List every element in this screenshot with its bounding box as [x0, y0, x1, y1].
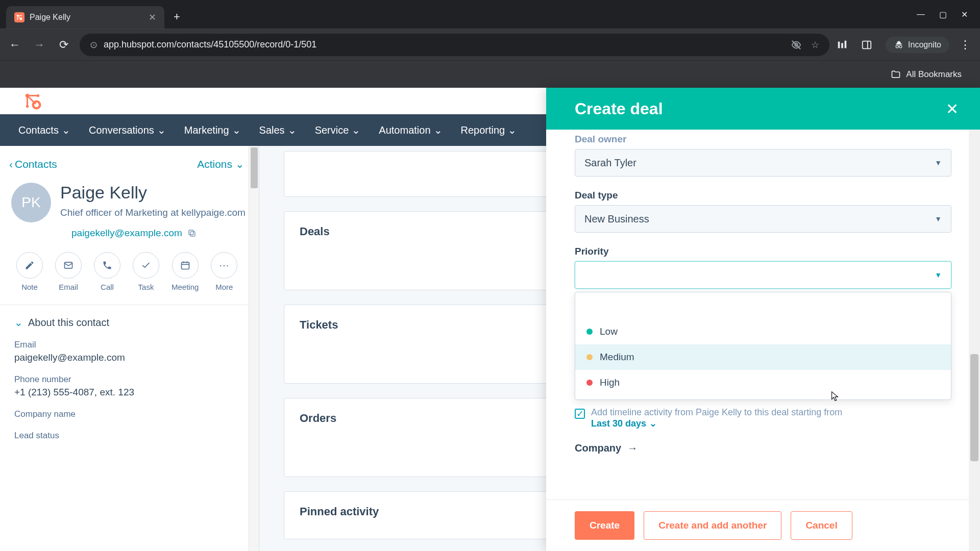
meeting-button[interactable]: Meeting	[172, 252, 199, 291]
address-bar: ← → ⟳ ⊙ app.hubspot.com/contacts/4510550…	[0, 29, 980, 60]
envelope-icon	[63, 260, 74, 270]
chevron-down-icon: ⌄	[14, 316, 23, 329]
copy-icon[interactable]	[187, 229, 197, 238]
nav-conversations[interactable]: Conversations⌄	[89, 124, 166, 136]
maximize-icon[interactable]: ▢	[939, 10, 947, 19]
priority-select[interactable]: ▼	[575, 261, 951, 289]
url-text: app.hubspot.com/contacts/45105500/record…	[104, 39, 316, 50]
incognito-label: Incognito	[908, 40, 941, 49]
browser-chrome: Paige Kelly ✕ + ― ▢ ✕ ← → ⟳ ⊙ app.hubspo…	[0, 0, 980, 88]
priority-option-low[interactable]: Low	[575, 319, 951, 344]
nav-service[interactable]: Service⌄	[315, 124, 361, 136]
svg-rect-8	[845, 40, 847, 48]
caret-down-icon: ⌄	[649, 418, 657, 429]
panel-body: Deal owner Sarah Tyler ▼ Deal type New B…	[546, 130, 980, 499]
caret-down-icon: ▼	[935, 215, 942, 223]
site-info-icon[interactable]: ⊙	[90, 39, 97, 51]
phone-label: Phone number	[14, 374, 244, 385]
panel-icon[interactable]	[861, 39, 878, 51]
caret-down-icon: ▼	[935, 159, 942, 167]
star-icon[interactable]: ☆	[811, 39, 819, 51]
forward-icon[interactable]: →	[31, 38, 48, 52]
menu-icon[interactable]: ⋮	[957, 38, 974, 52]
chevron-down-icon: ⌄	[352, 124, 360, 136]
company-label: Company name	[14, 409, 244, 419]
email-button[interactable]: Email	[55, 252, 82, 291]
sidebar-scrollbar[interactable]	[249, 146, 259, 551]
back-icon[interactable]: ←	[6, 38, 23, 52]
chevron-down-icon: ⌄	[157, 124, 166, 136]
svg-rect-9	[863, 41, 871, 48]
media-icon[interactable]	[837, 39, 854, 51]
chevron-down-icon: ⌄	[508, 124, 517, 136]
priority-option-blank[interactable]	[575, 296, 951, 319]
folder-icon	[891, 69, 901, 80]
app-area: Contacts⌄ Conversations⌄ Marketing⌄ Sale…	[0, 88, 980, 551]
dot-icon	[586, 380, 593, 386]
chevron-left-icon: ‹	[9, 158, 13, 170]
incognito-chip[interactable]: Incognito	[886, 37, 949, 53]
call-button[interactable]: Call	[94, 252, 120, 291]
nav-sales[interactable]: Sales⌄	[259, 124, 297, 136]
nav-contacts[interactable]: Contacts⌄	[18, 124, 70, 136]
chevron-down-icon: ⌄	[434, 124, 443, 136]
nav-automation[interactable]: Automation⌄	[379, 124, 442, 136]
more-button[interactable]: ⋯More	[211, 252, 237, 291]
phone-icon	[102, 260, 112, 270]
close-icon[interactable]: ✕	[961, 10, 968, 19]
email-value[interactable]: paigekelly@example.com	[14, 352, 244, 363]
timeline-checkbox-row[interactable]: ✓ Add timeline activity from Paige Kelly…	[575, 407, 951, 429]
phone-value[interactable]: +1 (213) 555-4087, ext. 123	[14, 387, 244, 398]
minimize-icon[interactable]: ―	[917, 10, 925, 19]
panel-close-button[interactable]: ✕	[946, 100, 959, 118]
reload-icon[interactable]: ⟳	[55, 38, 72, 52]
nav-reporting[interactable]: Reporting⌄	[461, 124, 517, 136]
back-to-contacts-link[interactable]: ‹ Contacts	[9, 158, 57, 170]
tab-close-icon[interactable]: ✕	[149, 12, 156, 23]
deal-type-select[interactable]: New Business ▼	[575, 205, 951, 233]
email-label: Email	[14, 340, 244, 350]
priority-dropdown: Low Medium High	[575, 292, 951, 400]
window-controls: ― ▢ ✕	[917, 10, 980, 19]
cancel-button[interactable]: Cancel	[791, 511, 852, 540]
priority-option-high[interactable]: High	[575, 370, 951, 395]
contact-email-link[interactable]: paigekelly@example.com	[71, 228, 182, 239]
bookmark-bar: All Bookmarks	[0, 60, 980, 88]
avatar[interactable]: PK	[11, 183, 51, 222]
actions-dropdown[interactable]: Actions ⌄	[197, 158, 244, 170]
favicon-icon	[14, 12, 24, 22]
pencil-icon	[24, 260, 35, 270]
url-input[interactable]: ⊙ app.hubspot.com/contacts/45105500/reco…	[80, 34, 829, 56]
chevron-down-icon: ⌄	[232, 124, 241, 136]
task-button[interactable]: Task	[133, 252, 159, 291]
note-button[interactable]: Note	[16, 252, 43, 291]
hubspot-logo-icon[interactable]	[23, 92, 42, 110]
contact-name: Paige Kelly	[60, 183, 246, 203]
create-and-add-another-button[interactable]: Create and add another	[644, 511, 781, 540]
priority-option-medium[interactable]: Medium	[575, 344, 951, 370]
all-bookmarks-link[interactable]: All Bookmarks	[906, 69, 962, 80]
chevron-down-icon: ⌄	[288, 124, 297, 136]
browser-tab[interactable]: Paige Kelly ✕	[6, 6, 164, 29]
deal-owner-label: Deal owner	[575, 134, 951, 145]
nav-marketing[interactable]: Marketing⌄	[184, 124, 241, 136]
svg-rect-19	[189, 230, 193, 235]
priority-label: Priority	[575, 246, 951, 257]
caret-down-icon: ▼	[935, 271, 942, 279]
about-section-toggle[interactable]: ⌄ About this contact	[14, 316, 244, 329]
checkbox-icon[interactable]: ✓	[575, 409, 585, 419]
company-association[interactable]: Company →	[575, 442, 951, 454]
panel-footer: Create Create and add another Cancel	[546, 499, 980, 551]
timeline-range-select[interactable]: Last 30 days⌄	[591, 418, 842, 429]
new-tab-button[interactable]: +	[174, 10, 180, 23]
panel-header: Create deal ✕	[546, 88, 980, 130]
eye-off-icon[interactable]	[791, 39, 802, 51]
calendar-icon	[180, 260, 190, 270]
deal-owner-select[interactable]: Sarah Tyler ▼	[575, 149, 951, 177]
panel-scrollbar[interactable]	[969, 130, 980, 551]
check-icon	[141, 260, 151, 270]
create-button[interactable]: Create	[575, 511, 634, 540]
chevron-down-icon: ⌄	[235, 158, 244, 170]
tab-bar: Paige Kelly ✕ + ― ▢ ✕	[0, 0, 980, 29]
lead-status-label: Lead status	[14, 431, 244, 441]
